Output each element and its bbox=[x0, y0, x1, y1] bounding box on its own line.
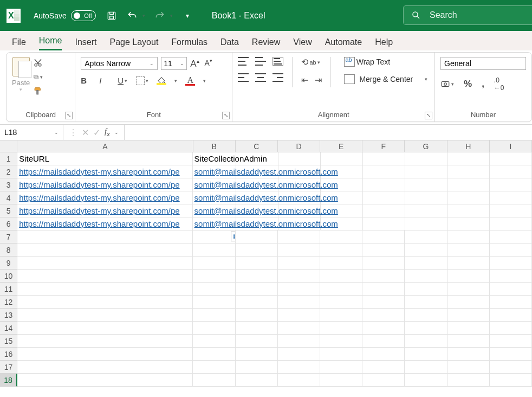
cell-B6[interactable]: somit@mailsdaddytest.onmicrosoft.com bbox=[193, 217, 236, 230]
row-header-8[interactable]: 8 bbox=[0, 244, 17, 257]
cell-F17[interactable] bbox=[362, 361, 405, 374]
cell-G15[interactable] bbox=[405, 335, 447, 348]
paste-icon[interactable] bbox=[12, 57, 30, 76]
cell-A6[interactable]: https://mailsdaddytest-my.sharepoint.com… bbox=[17, 217, 192, 230]
name-box[interactable]: L18 ⌄ bbox=[0, 125, 63, 140]
tab-formulas[interactable]: Formulas bbox=[171, 37, 207, 50]
cell-G6[interactable] bbox=[405, 217, 447, 230]
cell-A9[interactable] bbox=[17, 257, 193, 270]
cell-G9[interactable] bbox=[405, 257, 447, 270]
fill-dropdown-icon[interactable]: ▾ bbox=[174, 78, 177, 84]
row-header-7[interactable]: 7 bbox=[0, 230, 17, 244]
format-painter-button[interactable] bbox=[33, 86, 43, 96]
align-center-button[interactable] bbox=[255, 73, 266, 82]
borders-button[interactable]: ▾ bbox=[136, 76, 148, 85]
row-header-3[interactable]: 3 bbox=[0, 178, 17, 191]
decrease-indent-button[interactable]: ⇤ bbox=[301, 75, 308, 85]
cell-B17[interactable] bbox=[193, 361, 235, 374]
cell-I16[interactable] bbox=[490, 348, 532, 361]
redo-button[interactable] bbox=[154, 10, 166, 22]
align-middle-button[interactable] bbox=[255, 57, 266, 66]
cell-B2[interactable]: somit@mailsdaddytest.onmicrosoft.com bbox=[193, 165, 236, 178]
row-header-1[interactable]: 1 bbox=[0, 152, 17, 165]
cell-H4[interactable] bbox=[447, 191, 490, 204]
cell-I4[interactable] bbox=[490, 191, 532, 204]
row-header-16[interactable]: 16 bbox=[0, 348, 17, 361]
cell-C10[interactable] bbox=[236, 270, 278, 283]
font-color-dropdown-icon[interactable]: ▾ bbox=[203, 78, 206, 84]
cell-E13[interactable] bbox=[320, 309, 362, 322]
cell-I1[interactable] bbox=[490, 152, 532, 165]
cell-B12[interactable] bbox=[193, 296, 235, 309]
cell-B1[interactable]: SiteCollectionAdmin bbox=[193, 152, 236, 165]
cell-D18[interactable] bbox=[278, 374, 320, 387]
cell-F5[interactable] bbox=[363, 204, 405, 217]
font-dialog-launcher[interactable]: ⤡ bbox=[222, 112, 230, 119]
cell-F3[interactable] bbox=[363, 178, 405, 191]
enter-formula-button[interactable]: ✓ bbox=[93, 127, 100, 138]
align-bottom-button[interactable] bbox=[273, 57, 283, 66]
cell-E9[interactable] bbox=[320, 257, 362, 270]
qat-customize-button[interactable]: ▾ bbox=[181, 10, 193, 22]
cell-G8[interactable] bbox=[405, 244, 447, 257]
cell-E16[interactable] bbox=[320, 348, 362, 361]
tab-review[interactable]: Review bbox=[252, 37, 280, 50]
cell-H1[interactable] bbox=[447, 152, 490, 165]
cell-B11[interactable] bbox=[193, 283, 235, 296]
cell-A10[interactable] bbox=[17, 270, 193, 283]
col-header-I[interactable]: I bbox=[490, 140, 532, 152]
cell-D1[interactable] bbox=[278, 152, 321, 165]
cell-B7[interactable]: ▦ bbox=[193, 230, 235, 244]
autosave-toggle[interactable]: Off bbox=[71, 10, 96, 21]
row-header-14[interactable]: 14 bbox=[0, 322, 17, 335]
cell-B9[interactable] bbox=[193, 257, 235, 270]
tab-data[interactable]: Data bbox=[220, 37, 239, 50]
row-header-6[interactable]: 6 bbox=[0, 217, 17, 230]
cell-E18[interactable] bbox=[320, 374, 362, 387]
paste-dropdown-icon[interactable]: ▾ bbox=[20, 87, 22, 92]
undo-button[interactable] bbox=[126, 10, 138, 22]
cell-F11[interactable] bbox=[362, 283, 405, 296]
cell-F10[interactable] bbox=[362, 270, 405, 283]
copy-button[interactable]: ▾ bbox=[33, 72, 43, 82]
cell-A2[interactable]: https://mailsdaddytest-my.sharepoint.com… bbox=[17, 165, 192, 178]
cell-A1[interactable]: SiteURL bbox=[17, 152, 192, 165]
cell-G3[interactable] bbox=[405, 178, 447, 191]
accounting-format-button[interactable]: ▾ bbox=[440, 79, 454, 89]
cell-H14[interactable] bbox=[447, 322, 490, 335]
cell-A18[interactable] bbox=[17, 374, 193, 387]
autofill-options-icon[interactable]: ▦ bbox=[231, 232, 236, 241]
cell-C18[interactable] bbox=[236, 374, 278, 387]
cell-H3[interactable] bbox=[447, 178, 490, 191]
font-name-select[interactable]: Aptos Narrow⌄ bbox=[81, 57, 158, 70]
cell-H16[interactable] bbox=[447, 348, 490, 361]
orientation-button[interactable]: ⟲ab▾ bbox=[301, 57, 320, 67]
cell-F6[interactable] bbox=[363, 217, 405, 230]
cell-F2[interactable] bbox=[363, 165, 405, 178]
col-header-B[interactable]: B bbox=[193, 140, 236, 152]
cell-C16[interactable] bbox=[236, 348, 278, 361]
cell-H9[interactable] bbox=[447, 257, 490, 270]
cell-A13[interactable] bbox=[17, 309, 193, 322]
decrease-font-button[interactable]: A▾ bbox=[205, 58, 212, 69]
cell-B3[interactable]: somit@mailsdaddytest.onmicrosoft.com bbox=[193, 178, 236, 191]
cell-I13[interactable] bbox=[490, 309, 532, 322]
align-right-button[interactable] bbox=[273, 73, 283, 82]
cell-E11[interactable] bbox=[320, 283, 362, 296]
cell-D10[interactable] bbox=[278, 270, 320, 283]
col-header-C[interactable]: C bbox=[236, 140, 278, 152]
cell-B18[interactable] bbox=[193, 374, 235, 387]
tab-automate[interactable]: Automate bbox=[325, 37, 362, 50]
tab-file[interactable]: File bbox=[12, 37, 26, 50]
cell-F8[interactable] bbox=[362, 244, 405, 257]
save-button[interactable] bbox=[106, 10, 118, 22]
cell-A11[interactable] bbox=[17, 283, 193, 296]
cell-G4[interactable] bbox=[405, 191, 447, 204]
cell-E8[interactable] bbox=[320, 244, 362, 257]
cell-G16[interactable] bbox=[405, 348, 447, 361]
cell-H8[interactable] bbox=[447, 244, 490, 257]
cell-D13[interactable] bbox=[278, 309, 320, 322]
cell-A3[interactable]: https://mailsdaddytest-my.sharepoint.com… bbox=[17, 178, 192, 191]
cell-F15[interactable] bbox=[362, 335, 405, 348]
row-header-18[interactable]: 18 bbox=[0, 374, 17, 387]
